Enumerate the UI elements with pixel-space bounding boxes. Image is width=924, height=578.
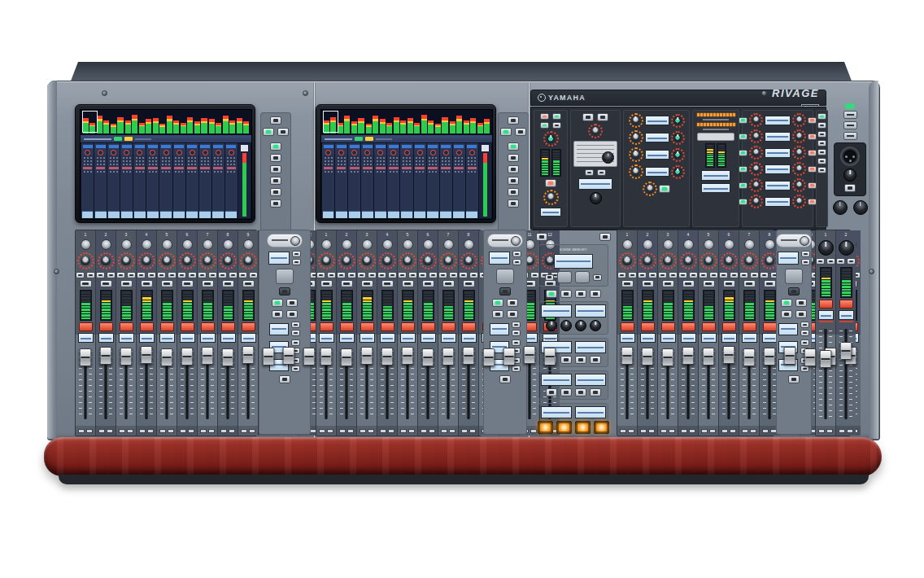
eq-type-button[interactable] xyxy=(817,122,826,129)
on-button[interactable] xyxy=(79,322,93,331)
dyn2-button[interactable] xyxy=(597,113,608,121)
st-assign-button[interactable] xyxy=(659,185,670,193)
user-defined-key[interactable] xyxy=(590,356,601,364)
fader-handle[interactable] xyxy=(402,347,414,365)
send-pan-knob[interactable] xyxy=(671,131,685,145)
footer-button[interactable] xyxy=(127,429,133,433)
select-button[interactable] xyxy=(709,272,718,278)
global-paste-button[interactable] xyxy=(575,290,586,298)
fader-handle[interactable] xyxy=(381,348,394,366)
user-defined-key[interactable] xyxy=(546,388,557,396)
send-pan-knob[interactable] xyxy=(671,114,685,128)
gain-encoder-knob[interactable] xyxy=(622,239,633,250)
eq-q-button[interactable] xyxy=(808,199,817,205)
channel-encoder-knob[interactable] xyxy=(179,252,196,269)
cue-button[interactable] xyxy=(377,272,386,278)
select-button[interactable] xyxy=(750,272,759,278)
gain-encoder-knob[interactable] xyxy=(643,239,653,250)
layer-up-button[interactable] xyxy=(800,339,809,346)
channel-encoder-knob[interactable] xyxy=(639,252,656,269)
monitor-button[interactable] xyxy=(599,233,611,241)
phantom-button[interactable] xyxy=(540,113,549,120)
eq-q-button[interactable] xyxy=(808,134,817,140)
master-encoder-knob[interactable] xyxy=(818,240,834,256)
sel-button[interactable] xyxy=(242,280,255,287)
screen-channel-strip[interactable] xyxy=(94,143,107,218)
send-pan-knob[interactable] xyxy=(671,165,685,179)
screen-channel-strip[interactable] xyxy=(120,143,133,218)
bottom-button[interactable] xyxy=(279,375,290,383)
gain-encoder-knob[interactable] xyxy=(101,239,111,250)
layer-green-button[interactable] xyxy=(781,299,792,307)
cue-button[interactable] xyxy=(337,272,346,278)
channel-encoder-knob[interactable] xyxy=(660,252,677,269)
cue-button[interactable] xyxy=(459,272,468,278)
home-button[interactable] xyxy=(496,269,514,284)
fader-handle[interactable] xyxy=(100,347,112,365)
cue-button[interactable] xyxy=(418,272,427,278)
layer-up-button[interactable] xyxy=(512,322,521,328)
fader-handle[interactable] xyxy=(120,348,133,366)
screen-channel-strip[interactable] xyxy=(173,143,185,218)
gain-encoder-knob[interactable] xyxy=(443,239,454,250)
sel-button[interactable] xyxy=(202,280,214,287)
assignable-knob[interactable] xyxy=(560,320,572,331)
user-defined-key[interactable] xyxy=(575,356,586,364)
user-defined-key-lit[interactable] xyxy=(538,421,553,434)
fader-handle[interactable] xyxy=(682,347,695,365)
bank-down-button[interactable] xyxy=(512,259,521,265)
select-button[interactable] xyxy=(388,272,397,278)
eq-gain-knob[interactable] xyxy=(749,146,763,160)
toolbar-yellow-button[interactable] xyxy=(124,137,133,141)
fader-handle[interactable] xyxy=(283,347,295,365)
on-button[interactable] xyxy=(381,322,394,331)
home-button[interactable] xyxy=(785,269,803,284)
cue-button[interactable] xyxy=(719,272,728,278)
channel-encoder-knob[interactable] xyxy=(399,252,416,269)
on-button[interactable] xyxy=(621,322,634,331)
fader-handle[interactable] xyxy=(703,348,715,366)
on-button[interactable] xyxy=(242,322,255,331)
fader-handle[interactable] xyxy=(161,348,173,366)
layer-select-button[interactable] xyxy=(508,154,519,162)
on-button[interactable] xyxy=(401,322,415,331)
eq-band-on-button[interactable] xyxy=(739,199,747,205)
eq-gain-knob[interactable] xyxy=(749,129,763,143)
cue-button[interactable] xyxy=(238,272,247,278)
screen-channel-strip[interactable] xyxy=(212,143,224,218)
screen-channel-strip[interactable] xyxy=(322,143,334,218)
user-defined-key[interactable] xyxy=(560,356,572,364)
on-button[interactable] xyxy=(763,322,777,331)
footer-button[interactable] xyxy=(701,429,708,433)
screen-channel-strip[interactable] xyxy=(225,143,238,218)
select-button[interactable] xyxy=(730,272,739,278)
footer-button[interactable] xyxy=(826,429,833,433)
touch-and-turn-knob[interactable] xyxy=(290,236,300,246)
talkback-on-button[interactable] xyxy=(844,184,856,192)
cue-button[interactable] xyxy=(816,258,825,265)
sel-button[interactable] xyxy=(764,280,776,287)
footer-button[interactable] xyxy=(762,429,769,433)
release-button[interactable] xyxy=(597,169,606,176)
fader-handle[interactable] xyxy=(303,348,316,366)
touch-and-turn-knob[interactable] xyxy=(511,236,521,246)
bank-up-button[interactable] xyxy=(801,251,810,257)
layer-down-button[interactable] xyxy=(800,366,809,372)
footer-button[interactable] xyxy=(839,429,845,433)
layer-down-button[interactable] xyxy=(291,330,300,336)
on-button[interactable] xyxy=(120,322,133,331)
eq-type-button[interactable] xyxy=(817,140,826,147)
on-button[interactable] xyxy=(160,322,174,331)
sel-button[interactable] xyxy=(682,280,695,287)
footer-button[interactable] xyxy=(628,429,634,433)
channel-encoder-knob[interactable] xyxy=(138,252,155,269)
attack-button[interactable] xyxy=(585,169,594,176)
select-button[interactable] xyxy=(127,272,136,278)
cue-button[interactable] xyxy=(157,272,166,278)
footer-button[interactable] xyxy=(648,429,655,433)
sel-button[interactable] xyxy=(381,280,394,287)
layer-button[interactable] xyxy=(286,299,298,307)
cue-button[interactable] xyxy=(76,272,85,278)
select-button[interactable] xyxy=(469,272,478,278)
on-button[interactable] xyxy=(99,322,113,331)
